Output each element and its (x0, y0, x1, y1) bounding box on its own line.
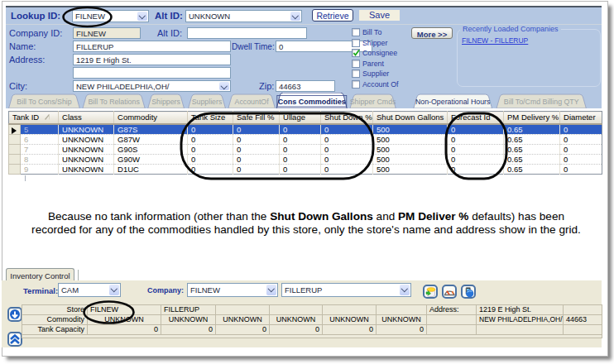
svg-text:Shippers: Shippers (151, 98, 180, 106)
svg-text:Non-Operational Hours: Non-Operational Hours (415, 98, 491, 106)
svg-text:Bill To/Cmd Billing QTY: Bill To/Cmd Billing QTY (504, 98, 579, 106)
svg-text:AccountOf: AccountOf (235, 98, 270, 106)
svg-text:Bill To Relations: Bill To Relations (88, 98, 140, 106)
svg-text:Shipper Cmds: Shipper Cmds (350, 98, 396, 106)
svg-text:Cons Commodities: Cons Commodities (278, 98, 346, 106)
svg-text:Bill To Cons/Ship: Bill To Cons/Ship (17, 98, 71, 106)
svg-text:Suppliers: Suppliers (192, 98, 223, 106)
